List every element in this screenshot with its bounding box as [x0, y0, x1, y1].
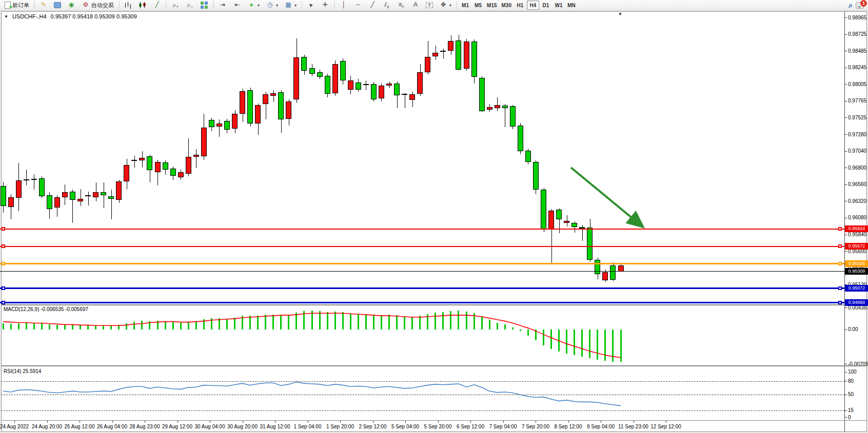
zoom-in-button[interactable]: ⌕₊	[169, 1, 182, 10]
candle	[332, 64, 338, 93]
zoom-out-button[interactable]: ⌕₋	[183, 1, 196, 10]
horizontal-line-0.95072[interactable]	[0, 287, 844, 289]
collapse-triangle-icon[interactable]: ▼	[4, 14, 8, 19]
crosshair-icon: ✛	[321, 1, 329, 9]
time-label: 1 Sep 20:00	[326, 424, 354, 429]
text-label-icon: T	[426, 2, 433, 8]
candle	[301, 57, 307, 71]
crosshair-tool-button[interactable]: ✛	[319, 1, 332, 10]
crayon-tool-button[interactable]: ✎	[37, 1, 50, 10]
candle	[201, 128, 207, 156]
macd-histogram-bar	[466, 312, 467, 329]
candle	[70, 192, 75, 200]
candle	[131, 160, 137, 161]
bar-chart-icon	[124, 1, 132, 9]
timeframe-button-h4[interactable]: H4	[527, 1, 539, 10]
signals-button[interactable]: ◉	[65, 1, 78, 10]
timeframe-button-m15[interactable]: M15	[485, 1, 499, 10]
line-handle[interactable]	[2, 227, 5, 231]
macd-histogram-bar	[334, 312, 336, 329]
toolbar-separator	[334, 1, 335, 9]
line-handle[interactable]	[838, 262, 842, 265]
vertical-line-tool-button[interactable]: │	[337, 1, 350, 10]
timeframe-button-mn[interactable]: MN	[565, 1, 578, 10]
fibonacci-icon: ≡F	[397, 1, 405, 9]
macd-histogram-bar	[311, 311, 313, 329]
candle	[518, 126, 523, 151]
time-label: 5 Sep 04:00	[391, 424, 419, 429]
candle-wick	[405, 93, 405, 109]
auto-scroll-button[interactable]: ⇥	[216, 1, 229, 10]
chart-shift-button[interactable]: ⇤	[230, 1, 244, 10]
line-handle[interactable]	[838, 286, 842, 290]
trendline-tool-button[interactable]: ╱	[366, 1, 379, 10]
macd-histogram-bar	[358, 314, 359, 329]
time-label: 30 Aug 04:00	[195, 424, 225, 429]
horizontal-line-tool-button[interactable]: ─	[351, 1, 365, 10]
fibonacci-tool-button[interactable]: ≡F	[394, 1, 408, 10]
horizontal-line-0.94860[interactable]	[0, 302, 844, 303]
search-icon[interactable]: ⌕	[849, 1, 853, 10]
channel-tool-button[interactable]: ⫽E	[380, 1, 393, 10]
candle	[24, 179, 29, 181]
timeframe-button-m5[interactable]: M5	[472, 1, 484, 10]
horizontal-line-0.95924[interactable]	[0, 229, 844, 230]
rsi-pane-separator[interactable]	[1, 365, 867, 366]
timeframe-button-m1[interactable]: M1	[459, 1, 471, 10]
new-order-label: 新订单	[12, 2, 29, 9]
time-label: 11 Sep 23:00	[618, 424, 648, 429]
dropdown-arrow-icon: ▾	[449, 3, 451, 8]
templates-button[interactable]: ▦▾	[282, 1, 299, 10]
macd-histogram-bar	[295, 313, 297, 329]
chat-icon[interactable]: 1	[856, 2, 864, 9]
tile-windows-button[interactable]	[198, 1, 211, 10]
line-chart-button[interactable]: ╱	[150, 1, 164, 10]
time-label: 5 Sep 20:00	[424, 424, 452, 429]
price-tick-label: 0.97525	[848, 115, 866, 120]
macd-pane-separator[interactable]	[1, 304, 867, 305]
timeframe-button-h1[interactable]: H1	[514, 1, 526, 10]
candle-wick	[104, 182, 104, 208]
new-order-button[interactable]: 新订单	[2, 1, 32, 10]
periods-button[interactable]: ◷▾	[263, 1, 281, 10]
timeframe-button-d1[interactable]: D1	[540, 1, 552, 10]
macd-histogram-bar	[80, 325, 81, 329]
macd-histogram-bar	[280, 315, 282, 329]
timeframe-button-m30[interactable]: M30	[500, 1, 514, 10]
auto-scroll-icon: ⇥	[219, 1, 227, 9]
candle	[409, 94, 415, 100]
text-label-tool-button[interactable]: T	[423, 1, 436, 10]
candle	[487, 107, 492, 110]
equidistant-channel-icon: ⫽E	[383, 1, 391, 9]
cursor-tool-button[interactable]: ➤	[304, 1, 318, 10]
auto-trading-button[interactable]: ⚙ 自动交易	[79, 1, 116, 10]
line-handle[interactable]	[838, 227, 842, 231]
indicators-button[interactable]: ＋▾	[245, 1, 262, 10]
new-order-icon	[5, 2, 11, 9]
macd-histogram-bar	[242, 316, 243, 329]
chart-window[interactable]	[1, 11, 867, 432]
shapes-tool-button[interactable]: ✥▾	[437, 1, 454, 10]
candle-wick	[273, 90, 274, 102]
line-handle[interactable]	[2, 244, 5, 248]
candle	[240, 91, 245, 114]
publish-button[interactable]	[51, 1, 64, 10]
horizontal-line-0.95426[interactable]	[0, 263, 844, 264]
horizontal-line-0.95672[interactable]	[0, 246, 844, 247]
rsi-level-line	[1, 395, 844, 395]
macd-histogram-bar	[504, 324, 506, 329]
ohlc-values: 0.95397 0.95418 0.95309 0.95309	[51, 13, 137, 19]
text-tool-button[interactable]: A	[409, 1, 422, 10]
line-handle[interactable]	[2, 262, 5, 265]
candlestick-chart-button[interactable]	[136, 1, 149, 10]
bar-chart-button[interactable]	[122, 1, 135, 10]
horizontal-line-0.95309[interactable]	[0, 271, 844, 272]
timeframe-button-w1[interactable]: W1	[553, 1, 565, 10]
macd-histogram-bar	[419, 316, 421, 329]
dropdown-arrow-icon: ▾	[294, 3, 297, 8]
price-tick-label: 0.96560	[848, 181, 866, 187]
price-tick-label: 0.98965	[848, 15, 866, 20]
line-handle[interactable]	[838, 244, 842, 248]
line-handle[interactable]	[2, 286, 5, 290]
macd-histogram-bar	[172, 322, 174, 329]
